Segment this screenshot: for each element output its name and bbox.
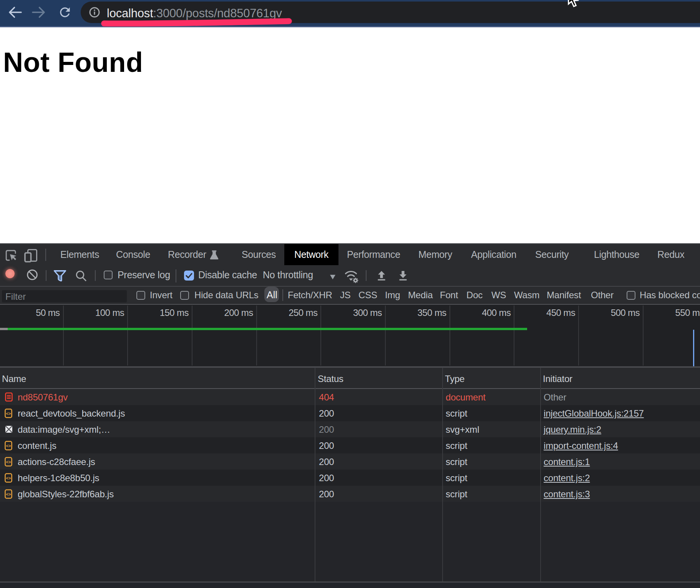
svg-text:<>: <>: [6, 443, 11, 448]
svg-text:<>: <>: [6, 460, 11, 464]
svg-text:<>: <>: [6, 411, 11, 416]
svg-text:<>: <>: [6, 476, 11, 480]
svg-text:<>: <>: [6, 492, 11, 497]
